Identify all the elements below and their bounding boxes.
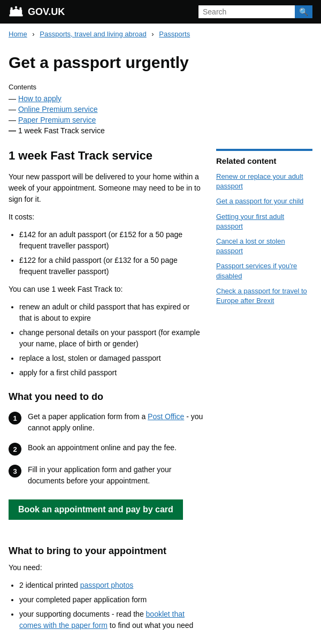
what-to-do-heading: What you need to do bbox=[9, 391, 203, 403]
crown-icon bbox=[9, 4, 24, 19]
related-link-item-4: Cancel a lost or stolen passport bbox=[216, 237, 312, 256]
related-content-heading: Related content bbox=[216, 156, 312, 165]
use-item-4: apply for a first child passport bbox=[19, 367, 203, 378]
what-to-bring-intro: You need: bbox=[9, 562, 203, 573]
contents-item-fast-track: 1 week Fast Track service bbox=[9, 125, 312, 136]
related-link-6[interactable]: Check a passport for travel to Europe af… bbox=[216, 287, 307, 305]
costs-intro: It costs: bbox=[9, 211, 203, 223]
steps-list: 1 Get a paper application form from a Po… bbox=[9, 411, 203, 487]
book-appointment-button[interactable]: Book an appointment and pay by card bbox=[9, 499, 183, 520]
step-2-text: Book an appointment online and pay the f… bbox=[28, 442, 177, 453]
bring-item-photos: 2 identical printed passport photos bbox=[19, 580, 203, 591]
use-item-2: change personal details on your passport… bbox=[19, 327, 203, 350]
main-content: 1 week Fast Track service Your new passp… bbox=[9, 149, 203, 644]
related-link-1[interactable]: Renew or replace your adult passport bbox=[216, 172, 303, 190]
uses-intro: You can use 1 week Fast Track to: bbox=[9, 284, 203, 295]
related-link-4[interactable]: Cancel a lost or stolen passport bbox=[216, 237, 285, 255]
contents-item-online-premium[interactable]: Online Premium service bbox=[9, 104, 312, 115]
search-input[interactable] bbox=[198, 5, 295, 18]
bring-item-docs: your supporting documents - read the boo… bbox=[19, 609, 203, 631]
post-office-link[interactable]: Post Office bbox=[148, 412, 184, 421]
search-button[interactable]: 🔍 bbox=[295, 5, 312, 18]
site-header: GOV.UK 🔍 bbox=[0, 0, 321, 24]
cost-item-adult: £142 for an adult passport (or £152 for … bbox=[19, 229, 203, 252]
use-item-1: renew an adult or child passport that ha… bbox=[19, 301, 203, 324]
cost-item-child: £122 for a child passport (or £132 for a… bbox=[19, 255, 203, 277]
related-link-item-1: Renew or replace your adult passport bbox=[216, 172, 312, 191]
step-3-text: Fill in your application form and gather… bbox=[28, 464, 203, 487]
svg-point-1 bbox=[15, 6, 17, 9]
related-link-item-2: Get a passport for your child bbox=[216, 196, 312, 206]
step-2-num: 2 bbox=[9, 443, 21, 456]
gov-uk-logo[interactable]: GOV.UK bbox=[9, 4, 65, 19]
svg-marker-3 bbox=[10, 9, 22, 14]
breadcrumb-passports-travel[interactable]: Passports, travel and living abroad bbox=[40, 30, 146, 38]
step-1: 1 Get a paper application form from a Po… bbox=[9, 411, 203, 434]
bring-item-form: your completed paper application form bbox=[19, 594, 203, 605]
bring-list: 2 identical printed passport photos your… bbox=[19, 580, 203, 631]
breadcrumb: Home › Passports, travel and living abro… bbox=[0, 24, 321, 44]
step-3-num: 3 bbox=[9, 465, 21, 478]
related-link-5[interactable]: Passport services if you're disabled bbox=[216, 262, 297, 279]
contents-item-how-to-apply[interactable]: How to apply bbox=[9, 93, 312, 104]
contents-item-paper-premium[interactable]: Paper Premium service bbox=[9, 115, 312, 125]
booklet-link-1[interactable]: booklet that comes with the paper form bbox=[19, 610, 185, 630]
step-3: 3 Fill in your application form and gath… bbox=[9, 464, 203, 487]
fast-track-heading: 1 week Fast Track service bbox=[9, 149, 203, 165]
related-link-item-3: Getting your first adult passport bbox=[216, 212, 312, 231]
step-1-num: 1 bbox=[9, 412, 21, 425]
contents-label: Contents bbox=[9, 83, 312, 91]
related-links-list: Renew or replace your adult passport Get… bbox=[216, 172, 312, 306]
step-2: 2 Book an appointment online and pay the… bbox=[9, 442, 203, 456]
sidebar: Related content Renew or replace your ad… bbox=[216, 149, 312, 644]
passport-photos-link-1[interactable]: passport photos bbox=[80, 581, 134, 589]
what-to-bring-heading: What to bring to your appointment bbox=[9, 545, 203, 557]
related-link-item-5: Passport services if you're disabled bbox=[216, 261, 312, 281]
gov-uk-label: GOV.UK bbox=[28, 6, 65, 18]
related-content: Related content Renew or replace your ad… bbox=[216, 149, 312, 306]
step-1-text: Get a paper application form from a Post… bbox=[28, 411, 203, 434]
use-item-3: replace a lost, stolen or damaged passpo… bbox=[19, 353, 203, 364]
related-link-2[interactable]: Get a passport for your child bbox=[216, 197, 303, 205]
contents-box: Contents How to apply Online Premium ser… bbox=[9, 83, 312, 136]
svg-rect-4 bbox=[9, 14, 22, 17]
breadcrumb-home[interactable]: Home bbox=[9, 30, 27, 38]
page-title: Get a passport urgently bbox=[9, 53, 312, 72]
breadcrumb-passports[interactable]: Passports bbox=[159, 30, 190, 38]
costs-list: £142 for an adult passport (or £152 for … bbox=[19, 229, 203, 277]
fast-track-intro: Your new passport will be delivered to y… bbox=[9, 171, 203, 205]
uses-list: renew an adult or child passport that ha… bbox=[19, 301, 203, 378]
search-form: 🔍 bbox=[198, 5, 312, 18]
related-link-item-6: Check a passport for travel to Europe af… bbox=[216, 286, 312, 306]
related-link-3[interactable]: Getting your first adult passport bbox=[216, 213, 284, 230]
